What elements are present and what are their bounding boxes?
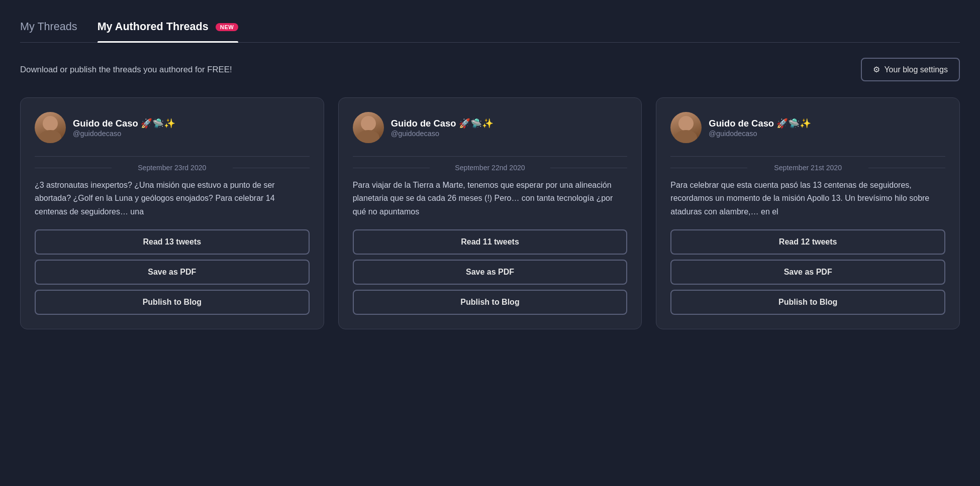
- read-tweets-button-3[interactable]: Read 12 tweets: [670, 229, 945, 255]
- divider-1: [35, 156, 310, 157]
- user-handle-2: @guidodecaso: [391, 130, 494, 138]
- date-label-1: September 23rd 2020: [35, 164, 310, 172]
- divider-3: [670, 156, 945, 157]
- card-actions-1: Read 13 tweets Save as PDF Publish to Bl…: [35, 229, 310, 315]
- avatar-1: [35, 112, 66, 143]
- user-info-2: Guido de Caso 🚀🛸✨ @guidodecaso: [391, 117, 494, 138]
- read-tweets-button-1[interactable]: Read 13 tweets: [35, 229, 310, 255]
- blog-settings-button[interactable]: ⚙ Your blog settings: [861, 58, 960, 81]
- subheader: Download or publish the threads you auth…: [20, 58, 960, 81]
- card-actions-2: Read 11 tweets Save as PDF Publish to Bl…: [353, 229, 628, 315]
- publish-blog-button-3[interactable]: Publish to Blog: [670, 290, 945, 315]
- user-info-3: Guido de Caso 🚀🛸✨ @guidodecaso: [709, 117, 811, 138]
- gear-icon: ⚙: [873, 65, 880, 74]
- divider-2: [353, 156, 628, 157]
- new-badge: New: [216, 23, 239, 31]
- thread-card-1: Guido de Caso 🚀🛸✨ @guidodecaso September…: [20, 97, 324, 329]
- date-label-2: September 22nd 2020: [353, 164, 628, 172]
- user-name-1: Guido de Caso 🚀🛸✨: [73, 117, 175, 130]
- card-header-2: Guido de Caso 🚀🛸✨ @guidodecaso: [353, 112, 628, 143]
- user-handle-3: @guidodecaso: [709, 130, 811, 138]
- app-container: My Threads My Authored Threads New Downl…: [0, 0, 980, 344]
- user-name-2: Guido de Caso 🚀🛸✨: [391, 117, 494, 130]
- blog-settings-label: Your blog settings: [884, 65, 948, 74]
- subheader-description: Download or publish the threads you auth…: [20, 65, 232, 75]
- publish-blog-button-2[interactable]: Publish to Blog: [353, 290, 628, 315]
- card-excerpt-2: Para viajar de la Tierra a Marte, tenemo…: [353, 179, 628, 218]
- card-excerpt-1: ¿3 astronautas inexpertos? ¿Una misión q…: [35, 179, 310, 218]
- date-label-3: September 21st 2020: [670, 164, 945, 172]
- tab-authored-threads[interactable]: My Authored Threads New: [97, 15, 239, 42]
- avatar-2: [353, 112, 384, 143]
- user-handle-1: @guidodecaso: [73, 130, 175, 138]
- save-pdf-button-1[interactable]: Save as PDF: [35, 260, 310, 285]
- card-header-3: Guido de Caso 🚀🛸✨ @guidodecaso: [670, 112, 945, 143]
- thread-card-3: Guido de Caso 🚀🛸✨ @guidodecaso September…: [656, 97, 960, 329]
- user-info-1: Guido de Caso 🚀🛸✨ @guidodecaso: [73, 117, 175, 138]
- tab-my-threads[interactable]: My Threads: [20, 15, 77, 42]
- card-actions-3: Read 12 tweets Save as PDF Publish to Bl…: [670, 229, 945, 315]
- user-name-3: Guido de Caso 🚀🛸✨: [709, 117, 811, 130]
- card-header-1: Guido de Caso 🚀🛸✨ @guidodecaso: [35, 112, 310, 143]
- read-tweets-button-2[interactable]: Read 11 tweets: [353, 229, 628, 255]
- avatar-3: [670, 112, 702, 143]
- save-pdf-button-2[interactable]: Save as PDF: [353, 260, 628, 285]
- thread-card-2: Guido de Caso 🚀🛸✨ @guidodecaso September…: [338, 97, 642, 329]
- cards-grid: Guido de Caso 🚀🛸✨ @guidodecaso September…: [20, 97, 960, 329]
- tabs-nav: My Threads My Authored Threads New: [20, 15, 960, 43]
- publish-blog-button-1[interactable]: Publish to Blog: [35, 290, 310, 315]
- card-excerpt-3: Para celebrar que esta cuenta pasó las 1…: [670, 179, 945, 218]
- save-pdf-button-3[interactable]: Save as PDF: [670, 260, 945, 285]
